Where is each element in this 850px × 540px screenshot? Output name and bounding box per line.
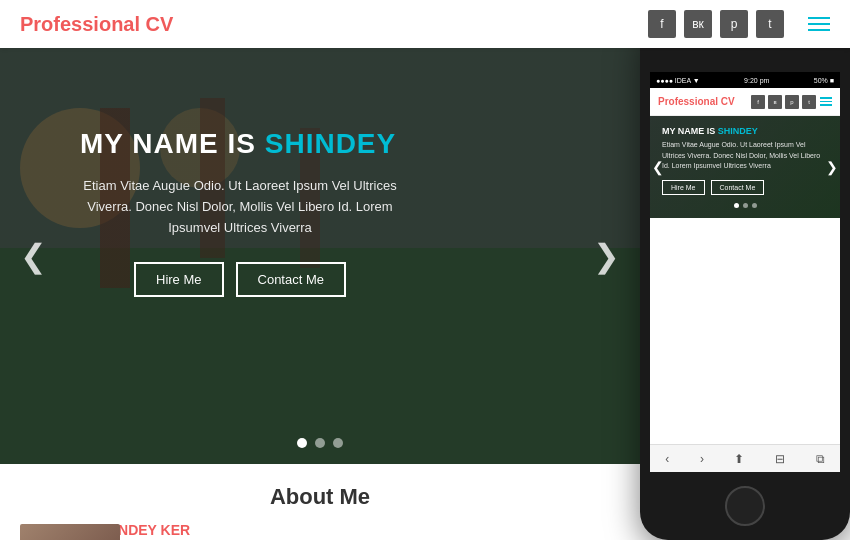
- hire-me-button[interactable]: Hire Me: [134, 262, 224, 297]
- phone-facebook-icon[interactable]: f: [751, 95, 765, 109]
- phone-dots: [662, 203, 828, 208]
- logo: Professional CV: [20, 13, 173, 36]
- phone-mockup: ●●●● IDEA ▼ 9:20 pm 50% ■ Professional C…: [640, 20, 850, 540]
- hamburger-menu[interactable]: [808, 17, 830, 31]
- phone-tabs-icon[interactable]: ⧉: [816, 452, 825, 466]
- phone-hero-title: MY NAME IS SHINDEY: [662, 126, 828, 136]
- hero-title-highlight: SHINDEY: [265, 128, 396, 159]
- hamburger-line-1: [808, 17, 830, 19]
- hero-title-prefix: MY NAME IS: [80, 128, 265, 159]
- vk-icon[interactable]: вк: [684, 10, 712, 38]
- phone-hamburger-line-3: [820, 104, 832, 106]
- phone-navbar-right: f в p t: [751, 95, 832, 109]
- phone-hamburger[interactable]: [820, 97, 832, 106]
- phone-hero: ❮ MY NAME IS SHINDEY Etiam Vitae Augue O…: [650, 116, 840, 218]
- phone-logo-highlight: CV: [721, 96, 735, 107]
- phone-hero-buttons: Hire Me Contact Me: [662, 180, 828, 195]
- phone-browser-bar: ‹ › ⬆ ⊟ ⧉: [650, 444, 840, 472]
- phone-contact-button[interactable]: Contact Me: [711, 180, 765, 195]
- phone-signal: ●●●● IDEA ▼: [656, 77, 700, 84]
- phone-back-icon[interactable]: ‹: [665, 452, 669, 466]
- phone-logo-text: Professional: [658, 96, 721, 107]
- logo-text: Professional: [20, 13, 146, 35]
- phone-hamburger-line-1: [820, 97, 832, 99]
- avatar-image: [20, 524, 120, 540]
- phone-logo: Professional CV: [658, 96, 735, 107]
- phone-hire-button[interactable]: Hire Me: [662, 180, 705, 195]
- phone-hamburger-line-2: [820, 101, 832, 103]
- phone-social-row: f в p t: [751, 95, 816, 109]
- phone-navbar: Professional CV f в p t: [650, 88, 840, 116]
- phone-hero-title-prefix: MY NAME IS: [662, 126, 718, 136]
- slide-dot-1[interactable]: [297, 438, 307, 448]
- prev-slide-arrow[interactable]: ❮: [20, 237, 47, 275]
- slide-dot-2[interactable]: [315, 438, 325, 448]
- phone-prev-arrow[interactable]: ❮: [652, 159, 664, 175]
- slide-dot-3[interactable]: [333, 438, 343, 448]
- phone-next-arrow[interactable]: ❯: [826, 159, 838, 175]
- phone-dot-2[interactable]: [743, 203, 748, 208]
- phone-home-button[interactable]: [725, 486, 765, 526]
- twitter-icon[interactable]: t: [756, 10, 784, 38]
- hamburger-line-3: [808, 29, 830, 31]
- phone-outer: ●●●● IDEA ▼ 9:20 pm 50% ■ Professional C…: [640, 20, 850, 540]
- phone-twitter-icon[interactable]: t: [802, 95, 816, 109]
- hero-section: MY NAME IS SHINDEY Etiam Vitae Augue Odi…: [0, 48, 640, 464]
- hero-title: MY NAME IS SHINDEY: [80, 128, 400, 160]
- pinterest-icon[interactable]: p: [720, 10, 748, 38]
- phone-vk-icon[interactable]: в: [768, 95, 782, 109]
- navbar-right: f вк p t: [648, 10, 830, 38]
- about-section: About Me HI, I AM SHINDEY KER: [0, 464, 640, 540]
- phone-pinterest-icon[interactable]: p: [785, 95, 799, 109]
- phone-dot-3[interactable]: [752, 203, 757, 208]
- navbar: Professional CV f вк p t: [0, 0, 850, 48]
- logo-highlight: CV: [146, 13, 174, 35]
- hamburger-line-2: [808, 23, 830, 25]
- phone-hero-highlight: SHINDEY: [718, 126, 758, 136]
- facebook-icon[interactable]: f: [648, 10, 676, 38]
- phone-screen: ●●●● IDEA ▼ 9:20 pm 50% ■ Professional C…: [650, 72, 840, 472]
- phone-share-icon[interactable]: ⬆: [734, 452, 744, 466]
- about-avatar: [20, 524, 120, 540]
- hero-subtitle: Etiam Vitae Augue Odio. Ut Laoreet Ipsum…: [80, 176, 400, 238]
- phone-forward-icon[interactable]: ›: [700, 452, 704, 466]
- contact-me-button[interactable]: Contact Me: [236, 262, 346, 297]
- phone-hero-text: Etiam Vitae Augue Odio. Ut Laoreet Ipsum…: [662, 140, 828, 172]
- phone-bookmarks-icon[interactable]: ⊟: [775, 452, 785, 466]
- phone-dot-1[interactable]: [734, 203, 739, 208]
- slide-dots: [297, 438, 343, 448]
- about-title: About Me: [20, 484, 620, 510]
- phone-battery: 50% ■: [814, 77, 834, 84]
- next-slide-arrow[interactable]: ❯: [593, 237, 620, 275]
- phone-status-bar: ●●●● IDEA ▼ 9:20 pm 50% ■: [650, 72, 840, 88]
- phone-time: 9:20 pm: [744, 77, 769, 84]
- hero-buttons: Hire Me Contact Me: [80, 262, 400, 297]
- hero-content: MY NAME IS SHINDEY Etiam Vitae Augue Odi…: [80, 128, 400, 297]
